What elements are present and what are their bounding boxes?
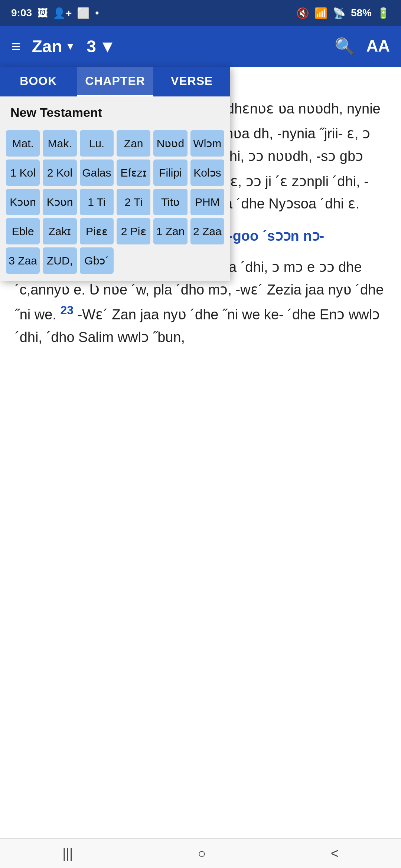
- book-button-1[interactable]: Mak.: [43, 130, 76, 157]
- book-button-25[interactable]: ZUD,: [43, 247, 76, 274]
- book-button-3[interactable]: Zan: [117, 130, 150, 157]
- testament-header: New Testament: [0, 96, 230, 126]
- book-button-4[interactable]: Nʋʋd: [153, 130, 187, 157]
- status-bar: 9:03 🖼 👤+ ⬜ • 🔇 📶 📡 58% 🔋: [0, 0, 401, 26]
- book-button-23[interactable]: 2 Zaa: [190, 218, 224, 244]
- books-grid: Mat.Mak.Lu.ZanNʋʋdWlɔm1 Kol2 KolGalasEfɛ…: [0, 126, 230, 281]
- book-button-13[interactable]: Kɔʋn: [43, 189, 76, 215]
- book-name: Zan: [32, 36, 62, 56]
- book-button-7[interactable]: 2 Kol: [43, 160, 76, 186]
- book-button-26[interactable]: Gbɔ´: [80, 247, 114, 274]
- person-add-icon: 👤+: [53, 7, 72, 19]
- book-button-12[interactable]: Kɔʋn: [6, 189, 40, 215]
- book-button-6[interactable]: 1 Kol: [6, 160, 40, 186]
- testament-label: New Testament: [10, 105, 102, 119]
- tab-book-label: BOOK: [20, 74, 57, 88]
- font-size-icon[interactable]: AA: [366, 37, 390, 56]
- nav-back-button[interactable]: <: [316, 842, 353, 865]
- tab-chapter[interactable]: CHAPTER: [77, 67, 154, 96]
- app-toolbar: ≡ Zan ▼ 3 ▼ 🔍 AA: [0, 26, 401, 67]
- book-selector[interactable]: Zan ▼: [32, 36, 76, 56]
- photo-icon: 🖼: [37, 7, 48, 19]
- status-time: 9:03: [11, 7, 32, 19]
- chapter-number: 3: [87, 36, 96, 56]
- book-button-5[interactable]: Wlɔm: [190, 130, 224, 157]
- book-button-16[interactable]: Titʋ: [153, 189, 187, 215]
- battery-label: 58%: [351, 7, 372, 19]
- book-button-14[interactable]: 1 Ti: [80, 189, 114, 215]
- book-button-17[interactable]: PHM: [190, 189, 224, 215]
- status-right: 🔇 📶 📡 58% 🔋: [296, 7, 390, 19]
- nav-bar: ||| ○ <: [0, 838, 401, 868]
- book-button-21[interactable]: 2 Piɛ: [117, 218, 150, 244]
- chapter-selector[interactable]: 3 ▼: [87, 36, 116, 56]
- book-dropdown-arrow: ▼: [65, 40, 75, 52]
- book-button-8[interactable]: Galas: [80, 160, 114, 186]
- navigation-dropdown: BOOK CHAPTER VERSE New Testament Mat.Mak…: [0, 67, 230, 281]
- chapter-dropdown-arrow: ▼: [99, 36, 116, 56]
- toolbar-icons: 🔍 AA: [335, 37, 390, 56]
- tab-bar: BOOK CHAPTER VERSE: [0, 67, 230, 96]
- book-button-0[interactable]: Mat.: [6, 130, 40, 157]
- tab-chapter-label: CHAPTER: [85, 74, 145, 88]
- book-button-2[interactable]: Lu.: [80, 130, 114, 157]
- mute-icon: 🔇: [296, 7, 309, 19]
- signal-icon: 📡: [333, 7, 346, 19]
- nav-home-button[interactable]: ○: [183, 842, 221, 865]
- dot-indicator: •: [95, 7, 99, 19]
- tab-book[interactable]: BOOK: [0, 67, 77, 96]
- hamburger-menu-button[interactable]: ≡: [11, 37, 21, 56]
- book-button-20[interactable]: Piɛɛ: [80, 218, 114, 244]
- book-button-18[interactable]: Eble: [6, 218, 40, 244]
- search-icon[interactable]: 🔍: [335, 37, 355, 56]
- battery-icon: 🔋: [377, 7, 390, 19]
- book-button-9[interactable]: Efɛzɪ: [117, 160, 150, 186]
- book-button-11[interactable]: Kolɔs: [190, 160, 224, 186]
- book-button-15[interactable]: 2 Ti: [117, 189, 150, 215]
- book-button-24[interactable]: 3 Zaa: [6, 247, 40, 274]
- book-button-22[interactable]: 1 Zan: [153, 218, 187, 244]
- wifi-icon: 📶: [314, 7, 327, 19]
- tab-verse[interactable]: VERSE: [153, 67, 230, 96]
- caption-icon: ⬜: [77, 7, 90, 19]
- book-button-19[interactable]: Zakɪ: [43, 218, 76, 244]
- tab-verse-label: VERSE: [171, 74, 213, 88]
- verse-23-num: 23: [60, 303, 74, 317]
- nav-menu-button[interactable]: |||: [48, 842, 88, 865]
- book-button-10[interactable]: Filipi: [153, 160, 187, 186]
- status-left: 9:03 🖼 👤+ ⬜ •: [11, 7, 99, 19]
